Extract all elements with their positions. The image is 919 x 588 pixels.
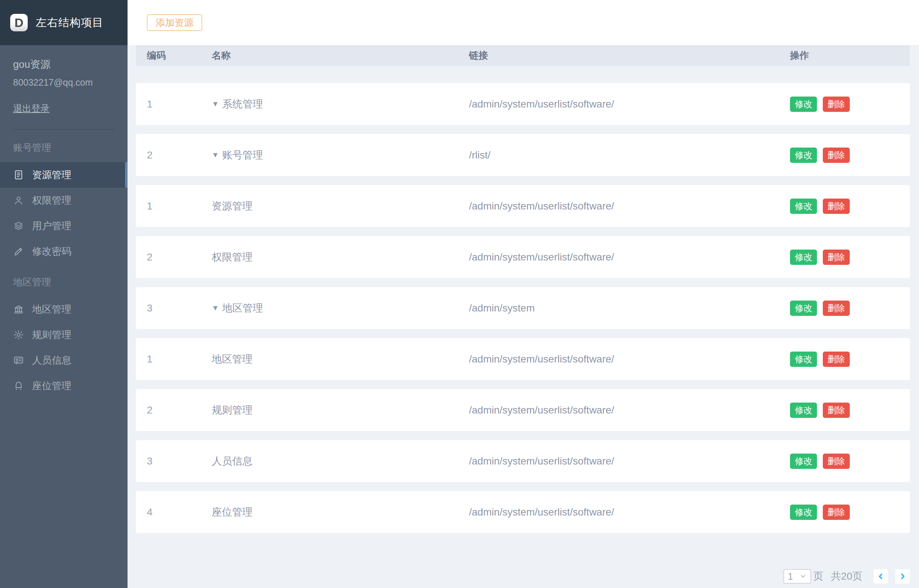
page-select[interactable]: 1 xyxy=(783,569,811,584)
sidebar-item-seat-management[interactable]: 座位管理 xyxy=(0,373,128,399)
delete-button[interactable]: 删除 xyxy=(823,300,850,316)
topbar: 添加资源 xyxy=(128,0,919,45)
row-name-label: 账号管理 xyxy=(222,148,263,162)
edit-button[interactable]: 修改 xyxy=(790,454,817,469)
delete-button[interactable]: 删除 xyxy=(823,97,850,112)
row-link: /admin/system/userlist/software/ xyxy=(469,99,790,110)
col-header-actions: 操作 xyxy=(790,49,910,62)
delete-button[interactable]: 删除 xyxy=(823,352,850,367)
row-name-label: 系统管理 xyxy=(222,97,263,111)
edit-button[interactable]: 修改 xyxy=(790,250,817,265)
row-name-label: 人员信息 xyxy=(212,454,252,468)
row-link: /admin/system xyxy=(469,302,790,314)
row-code: 4 xyxy=(147,506,212,518)
row-name: 权限管理 xyxy=(212,250,469,264)
row-code: 1 xyxy=(147,99,212,110)
total-pages-label: 共20页 xyxy=(831,569,862,583)
row-name: 资源管理 xyxy=(212,199,469,213)
row-name-label: 资源管理 xyxy=(212,199,252,213)
row-code: 2 xyxy=(147,404,212,416)
table-row: 1 资源管理 /admin/system/userlist/software/ … xyxy=(136,185,910,227)
table-row: 2 规则管理 /admin/system/userlist/software/ … xyxy=(136,389,910,431)
row-name[interactable]: ▼系统管理 xyxy=(212,97,469,111)
page-select-value: 1 xyxy=(788,571,793,582)
sidebar-section-title-region: 地区管理 xyxy=(0,264,128,297)
sidebar-item-region-management[interactable]: 地区管理 xyxy=(0,297,128,322)
layers-icon xyxy=(13,220,24,231)
edit-button[interactable]: 修改 xyxy=(790,504,817,520)
table-row: 3 ▼地区管理 /admin/system 修改 删除 xyxy=(136,287,910,329)
edit-button[interactable]: 修改 xyxy=(790,147,817,163)
sidebar-item-label: 修改密码 xyxy=(32,245,71,258)
edit-button[interactable]: 修改 xyxy=(790,352,817,367)
sidebar-item-permission-management[interactable]: 权限管理 xyxy=(0,187,128,213)
row-link: /admin/system/userlist/software/ xyxy=(469,506,790,518)
app-logo: D xyxy=(10,14,28,31)
delete-button[interactable]: 删除 xyxy=(823,147,850,163)
row-link: /admin/system/userlist/software/ xyxy=(469,354,790,365)
id-card-icon xyxy=(13,355,24,366)
sidebar-item-personnel-info[interactable]: 人员信息 xyxy=(0,347,128,373)
caret-down-icon: ▼ xyxy=(212,100,219,108)
gear-icon xyxy=(13,330,24,340)
row-name[interactable]: ▼地区管理 xyxy=(212,301,469,315)
col-header-name: 名称 xyxy=(212,49,469,62)
delete-button[interactable]: 删除 xyxy=(823,454,850,469)
sidebar-item-change-password[interactable]: 修改密码 xyxy=(0,239,128,264)
logo-letter: D xyxy=(15,16,24,30)
table-header: 编码 名称 链接 操作 xyxy=(136,45,910,66)
content-area: 编码 名称 链接 操作 1 ▼系统管理 /admin/system/userli… xyxy=(128,45,919,588)
user-email: 80032217@qq.com xyxy=(13,77,115,88)
user-icon xyxy=(13,195,24,206)
sidebar-header: D 左右结构项目 xyxy=(0,0,128,45)
add-resource-button[interactable]: 添加资源 xyxy=(147,14,202,31)
row-name-label: 权限管理 xyxy=(212,250,252,264)
row-link: /admin/system/userlist/software/ xyxy=(469,251,790,263)
edit-button[interactable]: 修改 xyxy=(790,300,817,316)
row-name: 座位管理 xyxy=(212,505,469,519)
sidebar-item-label: 地区管理 xyxy=(32,303,71,316)
sidebar-item-label: 人员信息 xyxy=(32,354,71,367)
edit-button[interactable]: 修改 xyxy=(790,199,817,214)
delete-button[interactable]: 删除 xyxy=(823,199,850,214)
edit-button[interactable]: 修改 xyxy=(790,97,817,112)
row-name-label: 座位管理 xyxy=(212,505,252,519)
document-icon xyxy=(13,170,24,180)
sidebar: D 左右结构项目 gou资源 80032217@qq.com 退出登录 账号管理… xyxy=(0,0,128,588)
table-row: 3 人员信息 /admin/system/userlist/software/ … xyxy=(136,440,910,482)
prev-page-button[interactable] xyxy=(874,569,888,584)
page-unit-label: 页 xyxy=(813,569,824,583)
bank-icon xyxy=(13,304,24,315)
pen-icon xyxy=(13,246,24,257)
user-name: gou资源 xyxy=(13,58,115,71)
delete-button[interactable]: 删除 xyxy=(823,504,850,520)
bell-icon xyxy=(13,380,24,391)
sidebar-item-rule-management[interactable]: 规则管理 xyxy=(0,322,128,347)
sidebar-item-resource-management[interactable]: 资源管理 xyxy=(0,162,128,187)
row-link: /admin/system/userlist/software/ xyxy=(469,404,790,416)
pagination: 1 页 共20页 xyxy=(136,569,910,584)
row-code: 1 xyxy=(147,354,212,365)
row-code: 2 xyxy=(147,251,212,263)
row-name[interactable]: ▼账号管理 xyxy=(212,148,469,162)
row-name-label: 规则管理 xyxy=(212,403,252,417)
table-row: 2 权限管理 /admin/system/userlist/software/ … xyxy=(136,236,910,278)
sidebar-item-label: 座位管理 xyxy=(32,379,71,393)
edit-button[interactable]: 修改 xyxy=(790,402,817,418)
sidebar-item-user-management[interactable]: 用户管理 xyxy=(0,213,128,239)
row-link: /admin/system/userlist/software/ xyxy=(469,200,790,212)
logout-link[interactable]: 退出登录 xyxy=(13,102,50,115)
chevron-down-icon xyxy=(799,573,807,580)
row-name: 地区管理 xyxy=(212,352,469,366)
sidebar-item-label: 资源管理 xyxy=(32,168,71,181)
table-row: 2 ▼账号管理 /rlist/ 修改 删除 xyxy=(136,134,910,176)
delete-button[interactable]: 删除 xyxy=(823,402,850,418)
table-row: 1 ▼系统管理 /admin/system/userlist/software/… xyxy=(136,83,910,125)
row-code: 3 xyxy=(147,456,212,467)
row-name-label: 地区管理 xyxy=(212,352,252,366)
col-header-code: 编码 xyxy=(147,49,212,62)
delete-button[interactable]: 删除 xyxy=(823,250,850,265)
caret-down-icon: ▼ xyxy=(212,151,219,159)
sidebar-section-title-account: 账号管理 xyxy=(0,130,128,162)
next-page-button[interactable] xyxy=(895,569,910,584)
